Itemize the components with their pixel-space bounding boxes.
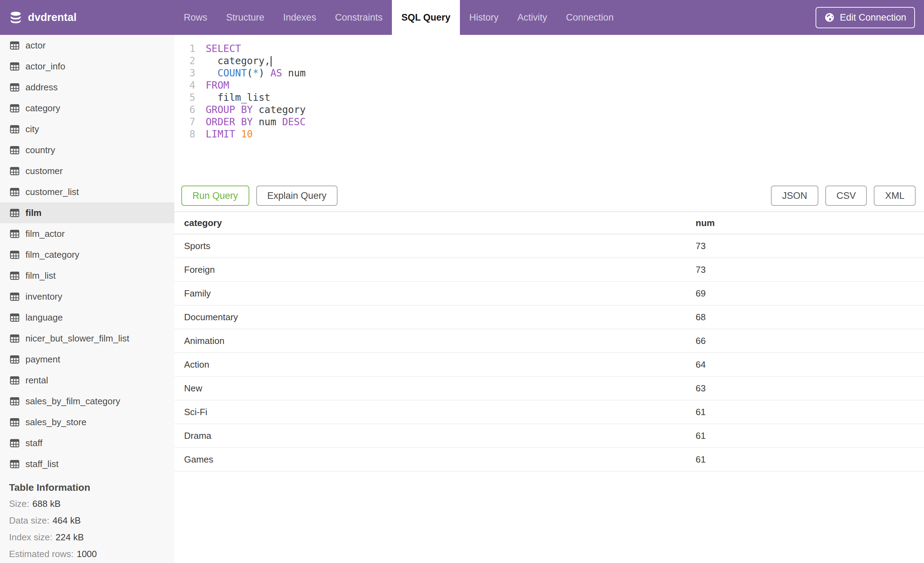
table-grid-icon [10,375,20,385]
table-information-heading: Table Information [0,480,174,495]
code-token: category [253,104,306,116]
table-row: Documentary68 [174,306,924,329]
run-query-button[interactable]: Run Query [182,186,249,206]
code-text: SELECT [195,42,241,55]
code-line: 5 film_list [174,92,924,104]
line-number: 3 [174,67,195,79]
table-name-label: actor_info [26,61,65,72]
sidebar-item-customer[interactable]: customer [0,161,174,182]
info-value: 688 kB [32,498,61,509]
table-list: actoractor_infoaddresscategorycitycountr… [0,35,174,474]
table-grid-icon [10,229,20,239]
header-spacer [623,0,816,35]
code-text: COUNT(*) AS num [195,67,306,79]
code-text: ORDER BY num DESC [195,116,306,128]
sidebar-item-city[interactable]: city [0,119,174,140]
sidebar-item-staff_list[interactable]: staff_list [0,453,174,474]
cell-category: Family [184,288,696,299]
table-grid-icon [10,41,20,50]
code-token: * [253,67,259,79]
sidebar-item-category[interactable]: category [0,98,174,119]
sidebar-item-sales_by_film_category[interactable]: sales_by_film_category [0,391,174,411]
line-number: 7 [174,116,195,128]
code-token: SELECT [206,43,241,54]
cell-num: 68 [696,312,924,323]
code-token: FROM [206,80,229,91]
sidebar-item-film_list[interactable]: film_list [0,265,174,286]
sidebar-item-country[interactable]: country [0,140,174,161]
code-token: num [253,116,282,128]
tab-activity[interactable]: Activity [508,0,557,35]
export-csv-button[interactable]: CSV [825,186,867,206]
info-label: Size: [9,498,29,509]
table-name-label: language [26,312,63,323]
cell-category: Documentary [184,312,696,323]
results-table: category num Sports73Foreign73Family69Do… [174,212,924,563]
query-toolbar: Run Query Explain Query JSONCSVXML [174,186,924,212]
table-name-label: country [26,145,55,156]
cell-category: New [184,383,696,394]
code-token: COUNT [218,67,247,79]
export-json-button[interactable]: JSON [771,186,818,206]
tab-indexes[interactable]: Indexes [274,0,326,35]
info-value: 224 kB [56,532,84,543]
code-token: LIMIT [206,128,235,140]
info-value: 464 kB [52,515,81,526]
table-grid-icon [10,312,20,322]
tab-history[interactable]: History [460,0,508,35]
sidebar-item-rental[interactable]: rental [0,370,174,391]
code-line: 8LIMIT 10 [174,128,924,140]
cell-category: Sports [184,241,696,252]
sidebar-item-nicer_but_slower_film_list[interactable]: nicer_but_slower_film_list [0,328,174,349]
table-row: Sports73 [174,234,924,258]
code-line: 1SELECT [174,42,924,55]
code-token [235,128,241,140]
explain-query-button[interactable]: Explain Query [256,186,338,206]
tab-connection[interactable]: Connection [556,0,623,35]
tab-constraints[interactable]: Constraints [326,0,392,35]
tab-structure[interactable]: Structure [217,0,274,35]
sidebar-item-film_actor[interactable]: film_actor [0,223,174,244]
table-grid-icon [10,82,20,92]
sidebar-item-actor[interactable]: actor [0,35,174,56]
info-row: Index size:224 kB [0,529,174,546]
sidebar-item-staff[interactable]: staff [0,432,174,453]
line-number: 5 [174,92,195,104]
table-info-rows: Size:688 kBData size:464 kBIndex size:22… [0,495,174,562]
sidebar-item-language[interactable]: language [0,307,174,328]
edit-connection-label: Edit Connection [840,12,906,23]
cell-num: 63 [696,383,924,394]
text-cursor [271,56,272,67]
code-token: 10 [241,128,253,140]
code-token: AS [270,67,282,79]
info-label: Data size: [9,515,50,526]
table-row: Animation66 [174,329,924,353]
code-line: 4FROM [174,79,924,92]
export-buttons: JSONCSVXML [771,186,916,206]
tab-rows[interactable]: Rows [174,0,217,35]
app-header: dvdrental RowsStructureIndexesConstraint… [0,0,924,35]
code-text: GROUP BY category [195,104,306,116]
code-text: film_list [195,92,270,104]
export-xml-button[interactable]: XML [874,186,916,206]
cell-category: Foreign [184,264,696,275]
sidebar-item-inventory[interactable]: inventory [0,286,174,307]
line-number: 6 [174,104,195,116]
sidebar-item-customer_list[interactable]: customer_list [0,182,174,202]
line-number: 8 [174,128,195,140]
table-grid-icon [10,354,20,364]
sql-editor[interactable]: 1SELECT2 category,3 COUNT(*) AS num4FROM… [174,35,924,186]
sidebar-item-sales_by_store[interactable]: sales_by_store [0,411,174,432]
table-name-label: sales_by_store [26,417,87,428]
tab-sql-query[interactable]: SQL Query [392,0,460,35]
sidebar-item-film[interactable]: film [0,202,174,223]
sidebar-item-payment[interactable]: payment [0,349,174,370]
database-icon [10,11,22,24]
table-row: Action64 [174,353,924,377]
edit-connection-button[interactable]: Edit Connection [816,7,915,28]
sidebar-item-actor_info[interactable]: actor_info [0,56,174,77]
table-grid-icon [10,62,20,71]
sidebar-item-address[interactable]: address [0,77,174,98]
sidebar-item-film_category[interactable]: film_category [0,244,174,265]
code-token [206,67,218,79]
